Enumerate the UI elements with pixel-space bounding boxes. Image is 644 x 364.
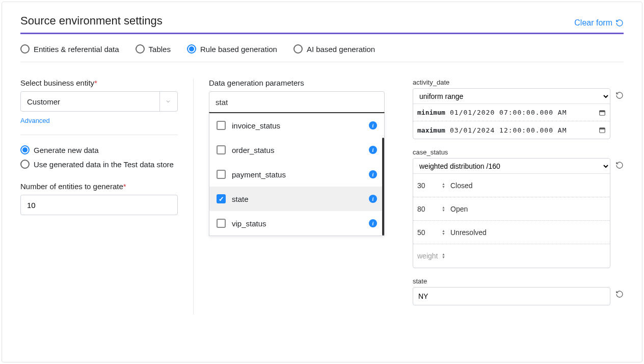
- radio-circle-icon: [20, 44, 30, 54]
- checkbox-icon: [217, 121, 226, 130]
- activity-date-min-row[interactable]: minimum 01/01/2020 07:00:00.000 AM: [413, 104, 610, 121]
- radio-rule-label: Rule based generation: [200, 45, 277, 54]
- option-label: vip_status: [232, 219, 266, 228]
- option-label: invoice_status: [232, 121, 280, 130]
- case-status-mode-select[interactable]: weighted distribution /160: [413, 159, 610, 174]
- radio-use-store-label: Use generated data in the Test data stor…: [34, 160, 174, 169]
- svg-rect-1: [600, 110, 605, 112]
- weight-row-new[interactable]: weight▲▼: [413, 244, 610, 268]
- radio-entities-label: Entities & referential data: [34, 45, 119, 54]
- radio-tables-label: Tables: [149, 45, 171, 54]
- state-input[interactable]: [413, 287, 610, 305]
- radio-circle-icon: [187, 44, 196, 54]
- required-mark: *: [123, 182, 126, 191]
- data-mode-radios: Generate new data Use generated data in …: [20, 145, 178, 169]
- radio-circle-icon: [20, 145, 30, 154]
- info-icon[interactable]: i: [369, 121, 377, 129]
- reset-icon[interactable]: [615, 290, 624, 298]
- radio-ai-based[interactable]: AI based generation: [293, 44, 375, 54]
- business-entity-value: Customer: [27, 97, 60, 106]
- activity-date-block: activity_date uniform range minimum 01/0…: [413, 79, 624, 139]
- business-entity-select[interactable]: Customer: [20, 91, 178, 112]
- radio-generate-new[interactable]: Generate new data: [20, 145, 178, 154]
- calendar-icon: [599, 126, 606, 134]
- max-value: 03/01/2024 12:00:00.000 AM: [450, 126, 595, 134]
- checkbox-icon: [217, 219, 226, 228]
- case-status-block: case_status weighted distribution /160 3…: [413, 148, 624, 268]
- activity-date-max-row[interactable]: maximum 03/01/2024 12:00:00.000 AM: [413, 121, 610, 139]
- checkbox-checked-icon: [217, 194, 226, 203]
- weight-value: 80: [417, 205, 425, 213]
- data-gen-params-title: Data generation parameters: [209, 79, 382, 87]
- checkbox-icon: [217, 145, 226, 154]
- num-entities-input[interactable]: [20, 195, 178, 215]
- param-option-vip-status[interactable]: vip_status i: [209, 211, 384, 236]
- radio-ai-label: AI based generation: [307, 45, 375, 54]
- undo-icon: [615, 19, 624, 27]
- weight-row-closed[interactable]: 30▲▼ Closed: [413, 174, 610, 197]
- reset-icon[interactable]: [615, 91, 624, 99]
- panel-header: Source environment settings Clear form: [20, 14, 624, 34]
- max-label: maximum: [417, 126, 446, 134]
- calendar-icon: [599, 109, 606, 116]
- info-icon[interactable]: i: [369, 219, 377, 227]
- param-dropdown: invoice_status i order_status i payment_…: [209, 112, 385, 236]
- info-icon[interactable]: i: [369, 146, 377, 154]
- radio-tables[interactable]: Tables: [136, 44, 171, 54]
- column-left: Select business entity* Customer Advance…: [20, 79, 194, 315]
- weight-label: Closed: [450, 181, 473, 190]
- reset-icon[interactable]: [615, 161, 624, 169]
- radio-circle-icon: [136, 44, 145, 54]
- option-label: order_status: [232, 146, 274, 154]
- page-title: Source environment settings: [20, 14, 163, 28]
- state-block: state: [413, 277, 624, 305]
- spinner-icon: ▲▼: [442, 253, 445, 259]
- weight-label: Unresolved: [450, 228, 487, 237]
- columns: Select business entity* Customer Advance…: [20, 62, 624, 315]
- svg-rect-3: [600, 128, 605, 129]
- param-option-order-status[interactable]: order_status i: [209, 138, 384, 162]
- weight-label: Open: [450, 205, 468, 213]
- param-option-state[interactable]: state i: [209, 187, 384, 211]
- spinner-icon: ▲▼: [442, 206, 445, 212]
- column-middle: Data generation parameters invoice_statu…: [194, 79, 397, 315]
- param-search-input[interactable]: [209, 91, 385, 113]
- min-value: 01/01/2020 07:00:00.000 AM: [450, 109, 595, 116]
- radio-circle-icon: [20, 160, 30, 169]
- case-status-label: case_status: [413, 148, 624, 156]
- weight-placeholder: weight: [417, 252, 438, 260]
- param-option-invoice-status[interactable]: invoice_status i: [209, 113, 384, 138]
- weight-value: 50: [417, 228, 425, 237]
- weight-value: 30: [417, 181, 425, 190]
- clear-form-label: Clear form: [574, 18, 612, 28]
- column-right: activity_date uniform range minimum 01/0…: [397, 79, 624, 315]
- generation-type-radios: Entities & referential data Tables Rule …: [20, 34, 624, 62]
- state-label: state: [413, 277, 624, 285]
- radio-circle-icon: [293, 44, 303, 54]
- clear-form-button[interactable]: Clear form: [574, 18, 624, 28]
- weight-row-unresolved[interactable]: 50▲▼ Unresolved: [413, 221, 610, 244]
- min-label: minimum: [417, 109, 446, 116]
- info-icon[interactable]: i: [369, 170, 377, 178]
- radio-generate-new-label: Generate new data: [34, 146, 99, 154]
- radio-entities[interactable]: Entities & referential data: [20, 44, 119, 54]
- activity-date-label: activity_date: [413, 79, 624, 86]
- spinner-icon: ▲▼: [442, 183, 445, 189]
- radio-rule-based[interactable]: Rule based generation: [187, 44, 277, 54]
- divider: [20, 135, 178, 135]
- select-entity-label: Select business entity*: [20, 79, 178, 87]
- option-label: payment_status: [232, 170, 286, 179]
- spinner-icon: ▲▼: [442, 229, 445, 236]
- weight-row-open[interactable]: 80▲▼ Open: [413, 197, 610, 221]
- radio-use-store[interactable]: Use generated data in the Test data stor…: [20, 160, 178, 169]
- param-option-payment-status[interactable]: payment_status i: [209, 162, 384, 187]
- advanced-link[interactable]: Advanced: [20, 117, 50, 124]
- activity-date-mode-select[interactable]: uniform range: [413, 89, 610, 104]
- num-entities-label: Number of entities to generate*: [20, 182, 178, 191]
- option-label: state: [232, 195, 249, 203]
- chevron-down-icon: [159, 92, 171, 111]
- checkbox-icon: [217, 170, 226, 179]
- scrollbar[interactable]: [382, 138, 384, 236]
- settings-panel: Source environment settings Clear form E…: [2, 2, 642, 362]
- info-icon[interactable]: i: [369, 195, 377, 203]
